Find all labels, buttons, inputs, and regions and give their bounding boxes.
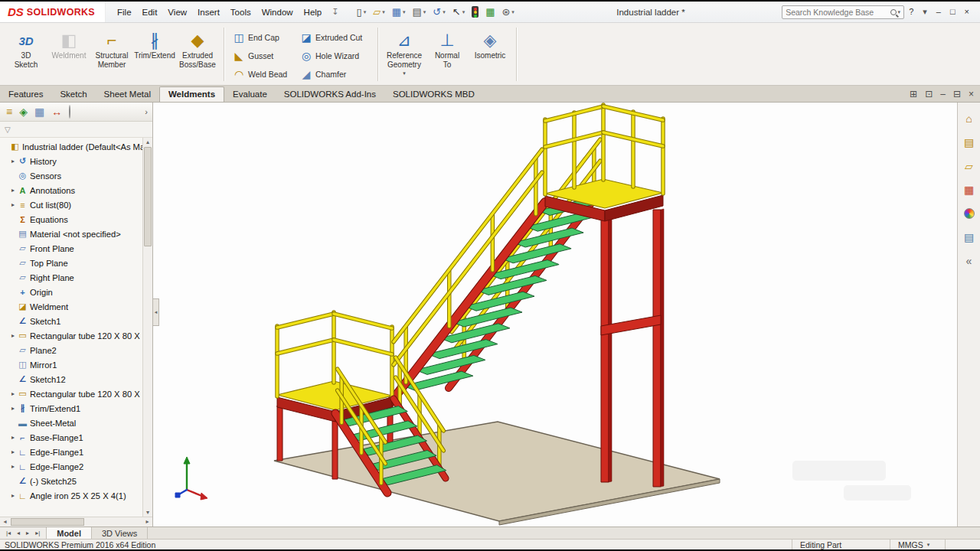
- dropdown-icon[interactable]: ▾: [423, 9, 426, 15]
- expand-arrow-icon[interactable]: ▸: [9, 390, 17, 397]
- weldment-button[interactable]: ◧Weldment: [48, 26, 90, 83]
- minimize-icon[interactable]: –: [932, 5, 946, 18]
- scroll-right-icon[interactable]: ▸: [142, 517, 152, 527]
- design-table-button[interactable]: ▦: [483, 5, 497, 18]
- panel-expand-icon[interactable]: ›: [145, 107, 152, 116]
- tree-item[interactable]: ▸≡Cut list(80): [0, 197, 142, 212]
- scrollbar-thumb[interactable]: [144, 147, 152, 246]
- new-window-icon[interactable]: ⊡: [925, 89, 933, 99]
- tree-scrollbar[interactable]: ▴ ▾: [142, 138, 152, 517]
- maximize-icon[interactable]: □: [946, 5, 960, 18]
- last-tab-icon[interactable]: ▸|: [32, 530, 43, 536]
- print-button[interactable]: ▤▾: [410, 5, 428, 18]
- select-button[interactable]: ↖▾: [450, 5, 467, 18]
- tree-horizontal-scrollbar[interactable]: ◂ ▸: [0, 517, 152, 527]
- save-button[interactable]: ▦▾: [390, 5, 408, 18]
- tree-item[interactable]: ▱Plane2: [0, 343, 142, 357]
- home-button[interactable]: ⌂: [961, 110, 978, 127]
- dropdown-icon[interactable]: ▾: [443, 9, 446, 15]
- new-document-button[interactable]: ▯▾: [354, 5, 368, 18]
- dropdown-icon[interactable]: ▾: [382, 9, 385, 15]
- document-tab-model[interactable]: Model: [47, 527, 92, 539]
- structural-member-button[interactable]: ⌐StructuralMember: [91, 26, 132, 83]
- extruded-cut-button[interactable]: ◪Extruded Cut: [296, 28, 373, 47]
- tree-filter-bar[interactable]: ▽: [0, 122, 152, 138]
- expand-arrow-icon[interactable]: ▸: [9, 434, 17, 441]
- scroll-down-icon[interactable]: ▾: [143, 509, 152, 516]
- featuremanager-icon[interactable]: ≡: [6, 106, 12, 118]
- tree-item[interactable]: ▸▭Rectangular tube 120 X 80 X: [0, 386, 142, 401]
- view-palette-button[interactable]: ▦: [961, 181, 978, 198]
- tree-item[interactable]: ▸▭Rectangular tube 120 X 80 X: [0, 328, 142, 343]
- scrollbar-thumb[interactable]: [11, 518, 84, 526]
- configurationmanager-icon[interactable]: ▦: [34, 106, 44, 118]
- menu-insert[interactable]: Insert: [192, 5, 225, 19]
- dropdown-icon[interactable]: ▾: [364, 9, 367, 15]
- file-explorer-button[interactable]: ▱: [961, 158, 978, 174]
- tree-item[interactable]: ∠Sketch1: [0, 314, 142, 328]
- dropdown-icon[interactable]: ▾: [403, 70, 406, 77]
- menu-help[interactable]: Help: [299, 5, 328, 19]
- tab-solidworks-add-ins[interactable]: SOLIDWORKS Add-Ins: [276, 87, 384, 102]
- next-tab-icon[interactable]: ▸: [23, 530, 32, 536]
- extruded-boss-base-button[interactable]: ◆ExtrudedBoss/Base: [177, 26, 218, 83]
- units-dropdown-icon[interactable]: ▾: [927, 542, 930, 548]
- close-icon[interactable]: ×: [960, 5, 974, 18]
- expand-arrow-icon[interactable]: ▸: [9, 448, 17, 455]
- first-tab-icon[interactable]: |◂: [3, 530, 14, 536]
- tree-item[interactable]: ▱Top Plane: [0, 256, 142, 270]
- split-view-icon[interactable]: ⊞: [910, 89, 917, 99]
- expand-arrow-icon[interactable]: ▸: [9, 187, 17, 194]
- menu-edit[interactable]: Edit: [137, 5, 163, 19]
- tab-sketch[interactable]: Sketch: [51, 87, 95, 102]
- isometric-button[interactable]: ◈Isometric: [469, 26, 511, 83]
- tree-item[interactable]: ΣEquations: [0, 212, 142, 227]
- tree-item[interactable]: ▸AAnnotations: [0, 183, 142, 197]
- tree-item[interactable]: +Origin: [0, 285, 142, 299]
- expand-arrow-icon[interactable]: ▸: [9, 405, 17, 412]
- tab-sheet-metal[interactable]: Sheet Metal: [96, 87, 159, 102]
- custom-properties-button[interactable]: ▤: [961, 229, 978, 246]
- menu-view[interactable]: View: [162, 5, 192, 19]
- expand-arrow-icon[interactable]: ▸: [9, 463, 17, 470]
- tree-item[interactable]: ▸↺History: [0, 154, 142, 168]
- tree-item[interactable]: ▸∟Edge-Flange2: [0, 459, 142, 474]
- tab-evaluate[interactable]: Evaluate: [224, 87, 276, 102]
- interference-button[interactable]: [469, 5, 481, 19]
- tree-item[interactable]: ▸∟Angle iron 25 X 25 X 4(1): [0, 488, 142, 503]
- displaymanager-icon[interactable]: [69, 106, 70, 118]
- tab-solidworks-mbd[interactable]: SOLIDWORKS MBD: [384, 87, 483, 102]
- expand-arrow-icon[interactable]: ▸: [9, 332, 17, 339]
- end-cap-button[interactable]: ◫End Cap: [229, 28, 296, 47]
- help-icon[interactable]: ?: [904, 5, 918, 18]
- search-icon[interactable]: [890, 9, 897, 15]
- propertymanager-icon[interactable]: ◈: [19, 106, 28, 118]
- tree-item[interactable]: ◎Sensors: [0, 168, 142, 183]
- help-dropdown-icon[interactable]: ▾: [918, 5, 932, 18]
- tree-item[interactable]: ◧Industrial ladder (Default<As Ma: [0, 139, 142, 154]
- dock-button[interactable]: «: [961, 253, 978, 269]
- tree-item[interactable]: ▱Front Plane: [0, 241, 142, 256]
- graphics-viewport[interactable]: ◂: [153, 103, 957, 527]
- units-selector[interactable]: MMGS ▾: [890, 540, 945, 549]
- expand-arrow-icon[interactable]: ▸: [9, 201, 17, 208]
- appearances-button[interactable]: [961, 205, 978, 222]
- reference-geometry-button[interactable]: ⊿ReferenceGeometry▾: [384, 26, 425, 83]
- tree-item[interactable]: ▱Right Plane: [0, 270, 142, 285]
- minimize-window-icon[interactable]: –: [940, 89, 946, 99]
- 3d-sketch-button[interactable]: 3D3DSketch: [5, 26, 47, 83]
- expand-arrow-icon[interactable]: ▸: [9, 158, 17, 165]
- normal-to-button[interactable]: ⊥NormalTo: [426, 26, 468, 83]
- tree-item[interactable]: ∠Sketch12: [0, 372, 142, 386]
- dropdown-icon[interactable]: ▾: [403, 9, 406, 15]
- panel-collapse-handle[interactable]: ◂: [153, 298, 159, 326]
- search-box[interactable]: ▾: [782, 5, 904, 19]
- weld-bead-button[interactable]: ◠Weld Bead: [229, 65, 296, 83]
- tree-item[interactable]: ▸⌐Base-Flange1: [0, 430, 142, 445]
- gusset-button[interactable]: ◣Gusset: [229, 47, 296, 65]
- tab-weldments[interactable]: Weldments: [159, 86, 224, 102]
- undo-button[interactable]: ↺▾: [430, 5, 447, 18]
- pin-icon[interactable]: ↧: [328, 5, 341, 18]
- filter-icon[interactable]: ▽: [5, 126, 11, 134]
- close-window-icon[interactable]: ×: [969, 89, 974, 99]
